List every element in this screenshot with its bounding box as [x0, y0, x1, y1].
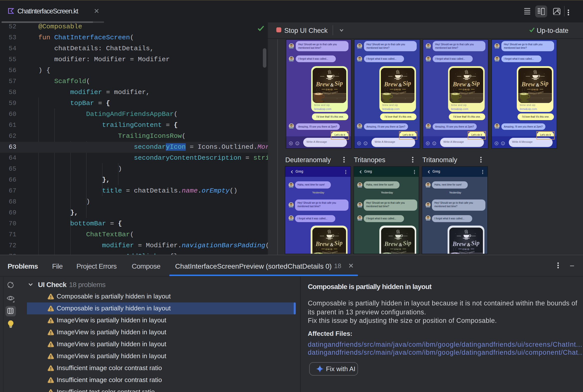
svg-text:&: & [330, 242, 334, 247]
svg-text:Sip: Sip [334, 79, 343, 86]
svg-text:Brew: Brew [453, 80, 466, 87]
svg-text:Sip: Sip [403, 239, 411, 246]
svg-text:ONID: ONID [462, 248, 470, 250]
svg-text:Brew: Brew [453, 240, 466, 247]
svg-text:ONID: ONID [531, 88, 538, 90]
svg-text:&: & [330, 82, 334, 87]
svg-text:&: & [399, 82, 402, 87]
svg-text:Sip: Sip [471, 79, 480, 86]
svg-text:ONID: ONID [394, 88, 402, 90]
svg-text:&: & [399, 242, 402, 247]
svg-text:Sip: Sip [540, 79, 548, 86]
svg-text:ONID: ONID [394, 248, 402, 250]
svg-text:Sip: Sip [403, 79, 411, 86]
svg-text:&: & [467, 242, 471, 247]
svg-text:Sip: Sip [334, 239, 343, 246]
svg-text:ONID: ONID [325, 88, 333, 90]
svg-text:Brew: Brew [316, 240, 329, 247]
svg-text:Sip: Sip [471, 239, 480, 246]
svg-text:&: & [467, 82, 471, 87]
svg-text:Brew: Brew [384, 240, 398, 247]
svg-text:ONID: ONID [462, 88, 470, 90]
svg-text:&: & [536, 82, 539, 87]
svg-text:Brew: Brew [384, 80, 398, 87]
svg-text:ONID: ONID [325, 248, 333, 250]
